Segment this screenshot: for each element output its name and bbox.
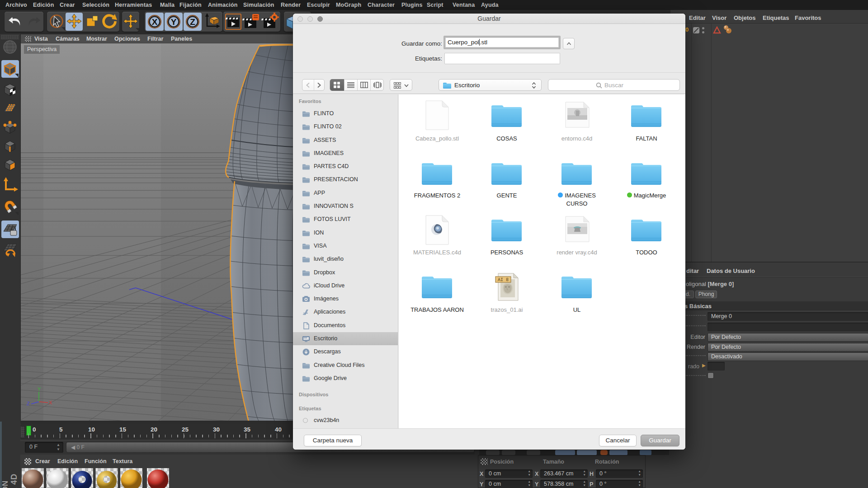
svg-text:15: 15 bbox=[119, 426, 127, 433]
svg-text:20: 20 bbox=[151, 426, 157, 433]
svg-text:Z: Z bbox=[27, 401, 30, 406]
svg-text:25: 25 bbox=[182, 426, 189, 433]
svg-text:Y: Y bbox=[171, 17, 177, 27]
svg-text:Y: Y bbox=[38, 386, 41, 392]
svg-text:35: 35 bbox=[244, 426, 251, 433]
svg-text:0: 0 bbox=[33, 426, 36, 433]
svg-text:X: X bbox=[152, 17, 158, 27]
svg-text:40: 40 bbox=[275, 426, 282, 433]
svg-text:X: X bbox=[49, 400, 52, 405]
svg-text:Z: Z bbox=[190, 17, 195, 27]
svg-text:5: 5 bbox=[59, 426, 63, 433]
svg-text:30: 30 bbox=[213, 426, 220, 433]
svg-text:AI 8: AI 8 bbox=[498, 277, 509, 282]
svg-text:10: 10 bbox=[88, 426, 95, 433]
